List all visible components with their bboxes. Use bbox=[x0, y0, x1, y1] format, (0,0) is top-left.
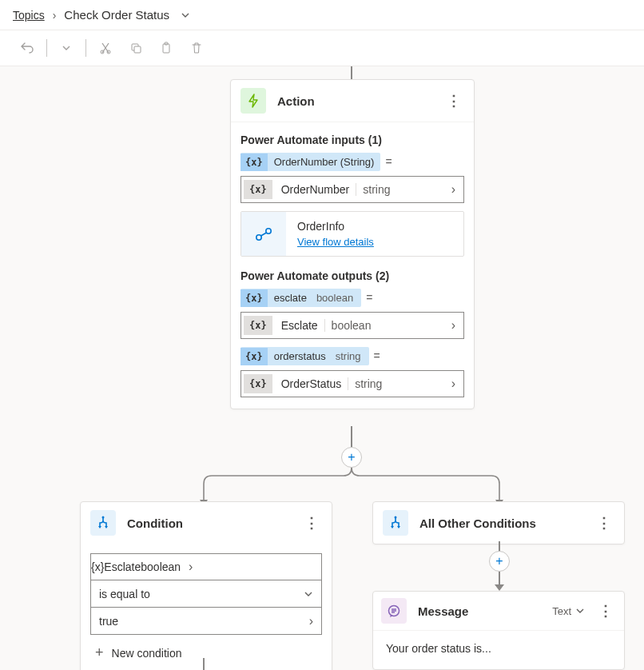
toolbar-separator bbox=[46, 39, 47, 57]
equals: = bbox=[385, 155, 392, 168]
all-other-header: All Other Conditions ⋮ bbox=[373, 502, 624, 544]
input-value-field[interactable]: {x} OrderNumber string › bbox=[241, 176, 464, 203]
flow-card[interactable]: OrderInfo View flow details bbox=[241, 211, 464, 257]
branch-icon bbox=[90, 510, 116, 536]
variable-icon: {x} bbox=[244, 180, 272, 199]
output2-variable-chip[interactable]: {x} orderstatus string bbox=[241, 347, 369, 365]
output2-variable-name: orderstatus bbox=[268, 347, 332, 365]
all-other-title: All Other Conditions bbox=[419, 516, 594, 530]
delete-button[interactable] bbox=[185, 37, 208, 59]
message-type-selector[interactable]: Text bbox=[547, 602, 589, 620]
svg-point-8 bbox=[102, 516, 105, 519]
all-other-menu[interactable]: ⋮ bbox=[594, 514, 614, 532]
condition-node[interactable]: Condition ⋮ {x} Esclate boolean › is equ… bbox=[80, 501, 332, 670]
redo-dropdown[interactable] bbox=[55, 37, 78, 59]
output2-field-type: string bbox=[348, 377, 388, 390]
input-variable-chip[interactable]: {x} OrderNumber (String) bbox=[241, 153, 380, 171]
output1-variable-type: boolean bbox=[313, 289, 361, 307]
authoring-canvas: Action ⋮ Power Automate inputs (1) {x} O… bbox=[0, 66, 644, 670]
output2-field-name: OrderStatus bbox=[275, 377, 348, 390]
undo-button[interactable] bbox=[16, 37, 38, 59]
chevron-down-icon bbox=[296, 589, 321, 599]
connector bbox=[351, 426, 352, 447]
connector bbox=[351, 66, 352, 79]
message-title: Message bbox=[418, 604, 547, 618]
message-type-label: Text bbox=[552, 605, 571, 617]
action-node[interactable]: Action ⋮ Power Automate inputs (1) {x} O… bbox=[230, 79, 475, 409]
input-field-name: OrderNumber bbox=[275, 183, 356, 196]
message-header: Message Text ⋮ bbox=[373, 592, 624, 630]
condition-menu[interactable]: ⋮ bbox=[301, 514, 322, 532]
action-title: Action bbox=[277, 94, 443, 108]
svg-rect-4 bbox=[163, 44, 169, 53]
flow-icon bbox=[241, 212, 286, 256]
output2-value-field[interactable]: {x} OrderStatus string › bbox=[241, 370, 464, 397]
output1-value-field[interactable]: {x} Esclate boolean › bbox=[241, 312, 464, 339]
condition-operator-field[interactable]: is equal to bbox=[90, 580, 322, 608]
message-body[interactable]: Your order status is... bbox=[373, 630, 624, 669]
branch-icon bbox=[383, 510, 408, 536]
condition-variable-name: Esclate bbox=[104, 560, 141, 573]
condition-body: {x} Esclate boolean › is equal to true ›… bbox=[81, 544, 332, 670]
input-variable-name: OrderNumber (String) bbox=[268, 153, 381, 171]
flow-name: OrderInfo bbox=[297, 220, 374, 233]
equals: = bbox=[374, 349, 380, 362]
action-menu[interactable]: ⋮ bbox=[443, 92, 464, 110]
output2-variable-type: string bbox=[332, 347, 369, 365]
svg-point-6 bbox=[256, 234, 261, 239]
cut-button[interactable] bbox=[94, 37, 117, 59]
condition-operator: is equal to bbox=[91, 588, 296, 600]
chevron-right-icon: › bbox=[443, 377, 463, 391]
condition-variable-type: boolean bbox=[141, 560, 181, 573]
inputs-label: Power Automate inputs (1) bbox=[241, 134, 464, 146]
message-menu[interactable]: ⋮ bbox=[595, 602, 616, 620]
svg-point-9 bbox=[395, 516, 397, 519]
arrow-down-icon bbox=[495, 584, 504, 591]
breadcrumb-dropdown[interactable] bbox=[177, 10, 190, 20]
all-other-conditions-node[interactable]: All Other Conditions ⋮ bbox=[372, 501, 625, 544]
variable-icon: {x} bbox=[91, 560, 104, 573]
flow-details-link[interactable]: View flow details bbox=[297, 236, 374, 248]
message-node[interactable]: Message Text ⋮ Your order status is... bbox=[372, 591, 625, 670]
message-icon bbox=[381, 598, 407, 624]
new-condition-label: New condition bbox=[112, 647, 182, 660]
chevron-right-icon: › bbox=[443, 182, 463, 197]
chevron-right-icon: › bbox=[443, 318, 463, 333]
add-node-button[interactable]: + bbox=[341, 447, 362, 468]
variable-icon: {x} bbox=[244, 316, 272, 335]
output1-variable-chip[interactable]: {x} esclate boolean bbox=[241, 289, 361, 307]
variable-icon: {x} bbox=[244, 374, 272, 393]
chevron-right-icon: › bbox=[181, 560, 201, 574]
svg-point-7 bbox=[266, 228, 271, 233]
input-field-type: string bbox=[356, 183, 396, 196]
toolbar bbox=[0, 30, 644, 66]
outputs-label: Power Automate outputs (2) bbox=[241, 269, 464, 282]
variable-icon: {x} bbox=[241, 348, 268, 365]
plus-icon: + bbox=[95, 644, 104, 661]
condition-value: true bbox=[91, 615, 301, 628]
breadcrumb-separator: › bbox=[53, 9, 57, 22]
action-header: Action ⋮ bbox=[231, 80, 474, 122]
breadcrumb-current: Check Order Status bbox=[64, 8, 169, 22]
condition-variable-field[interactable]: {x} Esclate boolean › bbox=[90, 553, 322, 580]
output1-variable-name: esclate bbox=[268, 289, 313, 307]
breadcrumb-root-link[interactable]: Topics bbox=[13, 9, 45, 22]
paste-button[interactable] bbox=[155, 37, 177, 59]
new-condition-button[interactable]: + New condition bbox=[90, 635, 322, 666]
variable-icon: {x} bbox=[241, 289, 268, 307]
connector bbox=[203, 658, 205, 670]
condition-header: Condition ⋮ bbox=[81, 502, 332, 544]
add-node-button[interactable]: + bbox=[489, 551, 510, 572]
variable-icon: {x} bbox=[241, 154, 268, 171]
equals: = bbox=[366, 291, 372, 304]
action-body: Power Automate inputs (1) {x} OrderNumbe… bbox=[231, 122, 474, 409]
action-icon bbox=[241, 88, 266, 114]
condition-title: Condition bbox=[127, 516, 301, 530]
copy-button[interactable] bbox=[125, 37, 147, 59]
condition-value-field[interactable]: true › bbox=[90, 608, 322, 635]
toolbar-separator bbox=[85, 39, 86, 57]
output1-field-type: boolean bbox=[324, 319, 378, 332]
output1-field-name: Esclate bbox=[275, 319, 324, 332]
chevron-right-icon: › bbox=[301, 614, 321, 628]
svg-rect-3 bbox=[134, 46, 141, 53]
